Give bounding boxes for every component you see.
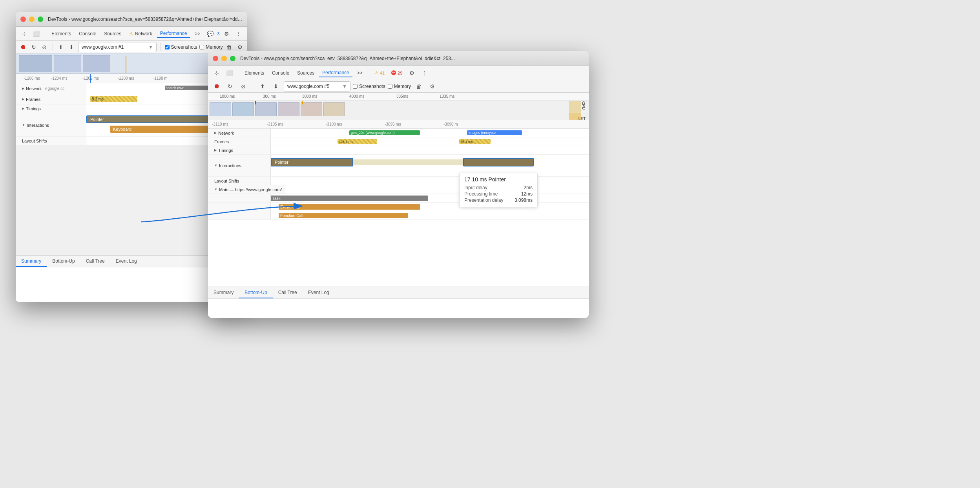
window-title-2: DevTools - www.google.com/search?sca_esv… bbox=[240, 56, 584, 61]
more-options-2[interactable]: ⋮ bbox=[419, 68, 430, 79]
minimize-button-1[interactable] bbox=[29, 16, 35, 22]
frames-label-1: ▶ Frames bbox=[16, 94, 86, 104]
screenshots-check-2[interactable]: Screenshots bbox=[353, 84, 385, 89]
pointer-bar-left[interactable]: Pointer bbox=[271, 158, 353, 166]
warning-marker bbox=[302, 101, 303, 104]
more-tabs-1[interactable]: >> bbox=[192, 30, 203, 38]
pointer-bar-right[interactable] bbox=[463, 158, 534, 166]
inspect-icon-2[interactable]: ⊹ bbox=[211, 68, 222, 79]
clear-btn-1[interactable]: ⊘ bbox=[40, 42, 48, 53]
memory-check-1[interactable]: Memory bbox=[199, 44, 223, 50]
interactions-content-2: Pointer bbox=[271, 155, 589, 176]
tab-sources-2[interactable]: Sources bbox=[294, 69, 318, 77]
function-label bbox=[208, 211, 271, 219]
layout-shifts-content-2 bbox=[271, 177, 589, 185]
more-tabs-2[interactable]: >> bbox=[354, 69, 366, 77]
event-content: Event: click bbox=[271, 203, 589, 211]
task-label bbox=[208, 194, 271, 202]
network-label-2: ▶ Network bbox=[208, 129, 271, 137]
interactions-label-2: ▼ Interactions bbox=[208, 155, 271, 176]
settings-icon-2[interactable]: ⚙ bbox=[406, 68, 417, 79]
tooltip-title: 17.10 ms Pointer bbox=[464, 176, 533, 183]
tab-performance-2[interactable]: Performance bbox=[319, 69, 352, 77]
record-btn-1[interactable]: ⏺ bbox=[19, 42, 27, 53]
more-options-1[interactable]: ⋮ bbox=[234, 28, 244, 39]
maximize-button-1[interactable] bbox=[38, 16, 43, 22]
layout-shifts-label-2: Layout Shifts bbox=[208, 177, 271, 185]
settings-icon-1[interactable]: ⚙ bbox=[221, 28, 232, 39]
time-marker: -1206 ms bbox=[24, 76, 40, 80]
memory-check-2[interactable]: Memory bbox=[388, 84, 411, 89]
tab-console-1[interactable]: Console bbox=[76, 30, 99, 38]
reload-btn-2[interactable]: ↻ bbox=[224, 81, 235, 92]
frames-track-2: Frames 428.1 ms 75.1 ms bbox=[208, 137, 589, 146]
address-bar-1[interactable]: www.google.com #1 ▼ bbox=[78, 42, 157, 52]
mini-flamechart: CPU NET bbox=[208, 101, 589, 120]
window-title-1: DevTools - www.google.com/search?sca_esv… bbox=[48, 16, 243, 22]
bottom-up-tab-2[interactable]: Bottom-Up bbox=[239, 287, 272, 298]
close-button-2[interactable] bbox=[213, 56, 218, 61]
call-tree-tab-2[interactable]: Call Tree bbox=[273, 287, 303, 298]
network-track-2: ▶ Network gen_204 (www.google.com) image… bbox=[208, 129, 589, 137]
frames-label-2: Frames bbox=[208, 137, 271, 146]
clear-btn-2[interactable]: ⊘ bbox=[238, 81, 249, 92]
record-btn-2[interactable]: ⏺ bbox=[211, 81, 222, 92]
minimize-button-2[interactable] bbox=[221, 56, 227, 61]
event-log-tab-2[interactable]: Event Log bbox=[303, 287, 335, 298]
perf-toolbar-2: ⏺ ↻ ⊘ ⬆ ⬇ www.google.com #5 ▼ Screenshot… bbox=[208, 80, 589, 93]
bottom-up-tab-1[interactable]: Bottom-Up bbox=[47, 256, 80, 267]
screen-thumb-2-4 bbox=[278, 102, 299, 116]
screenshot-thumb bbox=[83, 55, 110, 72]
main-toolbar-1: ⊹ ⬜ Elements Console Sources ⚠ Network P… bbox=[16, 27, 247, 41]
tab-sources-1[interactable]: Sources bbox=[101, 30, 124, 38]
reload-btn-1[interactable]: ↻ bbox=[29, 42, 38, 53]
cpu-label: CPU bbox=[581, 101, 586, 110]
event-click-bar-2: Event: click bbox=[279, 204, 420, 210]
task-bar-2: Task bbox=[271, 196, 428, 201]
maximize-button-2[interactable] bbox=[230, 56, 235, 61]
download-btn-1[interactable]: ⬇ bbox=[68, 42, 76, 53]
chat-icon[interactable]: 💬 bbox=[205, 28, 215, 39]
download-btn-2[interactable]: ⬇ bbox=[270, 81, 281, 92]
upload-btn-2[interactable]: ⬆ bbox=[257, 81, 268, 92]
playhead-marker bbox=[126, 56, 126, 73]
timings-track-2: ▶ Timings bbox=[208, 146, 589, 155]
titlebar-2: DevTools - www.google.com/search?sca_esv… bbox=[208, 51, 589, 66]
function-call-bar-2: Function Call bbox=[279, 213, 408, 218]
upload-btn-1[interactable]: ⬆ bbox=[57, 42, 65, 53]
screen-thumb-2-1 bbox=[210, 102, 231, 116]
screenshot-strip-2 bbox=[208, 101, 589, 117]
pointer-bar-highlighted[interactable]: Pointer bbox=[86, 115, 212, 123]
screen-thumb-2-6 bbox=[323, 102, 345, 116]
screenshots-check-1[interactable]: Screenshots bbox=[165, 44, 197, 50]
event-label bbox=[208, 203, 271, 211]
trash-icon-2[interactable]: 🗑 bbox=[413, 81, 424, 92]
timings-label-1: ▶ Timings bbox=[16, 104, 86, 113]
event-log-tab-1[interactable]: Event Log bbox=[110, 256, 142, 267]
tab-console-2[interactable]: Console bbox=[269, 69, 292, 77]
inspect-icon[interactable]: ⊹ bbox=[19, 28, 29, 39]
tab-performance-1[interactable]: Performance bbox=[157, 29, 190, 38]
device-icon[interactable]: ⬜ bbox=[31, 28, 42, 39]
tab-elements-1[interactable]: Elements bbox=[48, 30, 74, 38]
bottom-panel-2: Summary Bottom-Up Call Tree Event Log bbox=[208, 287, 589, 318]
keyboard-bar-1[interactable]: Keyboard bbox=[110, 126, 212, 133]
timings-label-2: ▶ Timings bbox=[208, 146, 271, 154]
call-tree-tab-1[interactable]: Call Tree bbox=[80, 256, 110, 267]
traffic-lights-1 bbox=[20, 16, 43, 22]
perf-settings-2[interactable]: ⚙ bbox=[427, 81, 438, 92]
traffic-lights-2 bbox=[213, 56, 235, 61]
close-button-1[interactable] bbox=[20, 16, 26, 22]
summary-tab-2[interactable]: Summary bbox=[208, 287, 239, 298]
tab-network-1[interactable]: ⚠ Network bbox=[126, 30, 155, 38]
summary-tab-1[interactable]: Summary bbox=[16, 256, 47, 267]
bottom-tabs-2: Summary Bottom-Up Call Tree Event Log bbox=[208, 287, 589, 299]
cpu-mini bbox=[569, 101, 581, 120]
tab-elements-2[interactable]: Elements bbox=[241, 69, 267, 77]
address-bar-2[interactable]: www.google.com #5 ▼ bbox=[284, 81, 350, 91]
bottom-content-2 bbox=[208, 299, 589, 305]
time-marker: -1204 ms bbox=[51, 76, 68, 80]
window-content-2: ⊹ ⬜ Elements Console Sources Performance… bbox=[208, 66, 589, 318]
device-icon-2[interactable]: ⬜ bbox=[224, 68, 235, 79]
frames-val-2: 75.1 ms bbox=[459, 139, 491, 144]
